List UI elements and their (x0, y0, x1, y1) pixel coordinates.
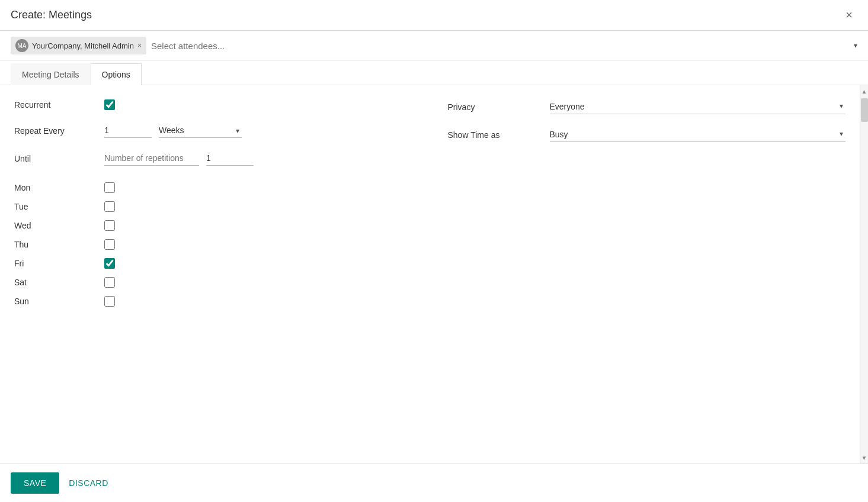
close-button[interactable]: × (841, 6, 857, 24)
day-mon-checkbox[interactable] (104, 182, 115, 193)
repeat-unit-wrapper: Weeks Days Months Years (159, 123, 242, 138)
content-area: Recurrent Repeat Every Weeks Days (0, 85, 860, 464)
scrollbar-track: ▲ ▼ (860, 85, 868, 464)
attendees-dropdown-arrow[interactable]: ▾ (854, 41, 857, 50)
day-fri-row: Fri (14, 258, 412, 269)
day-tue-row: Tue (14, 201, 412, 212)
day-sun-row: Sun (14, 296, 412, 307)
attendee-remove-button[interactable]: × (137, 41, 142, 50)
show-time-as-select[interactable]: Busy Available (550, 127, 846, 142)
day-fri-checkbox[interactable] (104, 258, 115, 269)
show-time-as-label: Show Time as (448, 130, 543, 140)
until-label: Until (14, 154, 97, 163)
dialog-header: Create: Meetings × (0, 0, 868, 31)
recurrent-label: Recurrent (14, 100, 97, 110)
attendee-name: YourCompany, Mitchell Admin (32, 41, 134, 50)
day-wed-row: Wed (14, 220, 412, 231)
scrollbar-thumb[interactable] (861, 98, 868, 122)
discard-button[interactable]: DISCARD (69, 478, 108, 488)
attendees-input[interactable] (151, 41, 849, 51)
repeat-every-number-input[interactable] (104, 123, 152, 138)
until-row: Until (14, 151, 412, 166)
repeat-unit-select[interactable]: Weeks Days Months Years (159, 123, 242, 138)
dialog: Create: Meetings × MA YourCompany, Mitch… (0, 0, 868, 502)
day-mon-label: Mon (14, 183, 97, 192)
day-wed-label: Wed (14, 221, 97, 230)
privacy-label: Privacy (448, 102, 543, 112)
tab-options[interactable]: Options (91, 63, 142, 85)
day-wed-checkbox[interactable] (104, 220, 115, 231)
day-sat-row: Sat (14, 277, 412, 288)
attendee-tag: MA YourCompany, Mitchell Admin × (11, 37, 146, 54)
day-thu-checkbox[interactable] (104, 239, 115, 250)
day-sat-label: Sat (14, 278, 97, 287)
day-thu-row: Thu (14, 239, 412, 250)
tabs-bar: Meeting Details Options (0, 63, 868, 85)
scrollbar-up-button[interactable]: ▲ (860, 85, 868, 97)
show-time-as-row: Show Time as Busy Available (448, 127, 846, 142)
dialog-title: Create: Meetings (11, 9, 92, 21)
until-number-input[interactable] (206, 151, 254, 166)
day-mon-row: Mon (14, 182, 412, 193)
save-button[interactable]: SAVE (11, 472, 59, 494)
show-time-as-field: Busy Available (550, 127, 846, 142)
until-type-input[interactable] (104, 151, 199, 166)
day-sun-label: Sun (14, 297, 97, 306)
day-sun-checkbox[interactable] (104, 296, 115, 307)
day-tue-checkbox[interactable] (104, 201, 115, 212)
attendees-bar: MA YourCompany, Mitchell Admin × ▾ (0, 31, 868, 61)
tab-meeting-details[interactable]: Meeting Details (11, 63, 91, 85)
privacy-row: Privacy Everyone Only me Everyone (publi… (448, 99, 846, 114)
recurrent-row: Recurrent (14, 99, 412, 110)
options-content: Recurrent Repeat Every Weeks Days (0, 85, 860, 329)
right-column: Privacy Everyone Only me Everyone (publi… (448, 99, 846, 315)
repeat-every-row: Repeat Every Weeks Days Months Years (14, 123, 412, 138)
day-sat-checkbox[interactable] (104, 277, 115, 288)
recurrent-checkbox[interactable] (104, 99, 115, 110)
day-tue-label: Tue (14, 202, 97, 211)
avatar: MA (15, 39, 28, 52)
form-grid: Recurrent Repeat Every Weeks Days (14, 99, 845, 315)
day-thu-label: Thu (14, 240, 97, 249)
day-fri-label: Fri (14, 259, 97, 268)
privacy-field: Everyone Only me Everyone (public) Only … (550, 99, 846, 114)
attendees-input-wrapper: ▾ (151, 41, 857, 51)
left-column: Recurrent Repeat Every Weeks Days (14, 99, 412, 315)
privacy-select[interactable]: Everyone Only me Everyone (public) Only … (550, 99, 846, 114)
content-with-scrollbar: Recurrent Repeat Every Weeks Days (0, 85, 868, 464)
scrollbar-down-button[interactable]: ▼ (860, 452, 868, 464)
footer: SAVE DISCARD (0, 464, 868, 502)
repeat-every-label: Repeat Every (14, 126, 97, 136)
